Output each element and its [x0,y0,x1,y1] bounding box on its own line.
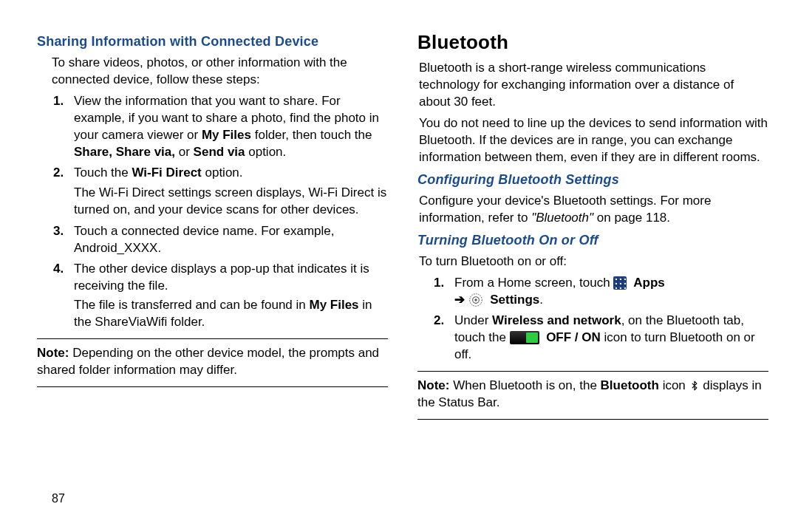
step-text: Under Wireless and network, on the Bluet… [454,313,755,361]
apps-label: Apps [630,276,665,290]
step-2: 2. Touch the Wi-Fi Direct option. The Wi… [37,165,388,219]
bluetooth-icon [689,378,700,395]
note-text: Depending on the other device model, the… [37,346,379,377]
step-2-after: The Wi-Fi Direct settings screen display… [74,185,388,219]
note-left: Note: Depending on the other device mode… [37,345,388,379]
page-number: 87 [52,491,65,507]
step-number: 2. [53,165,64,182]
r-step-2: 2. Under Wireless and network, on the Bl… [417,313,768,364]
divider [417,419,768,420]
heading-bluetooth: Bluetooth [417,30,768,55]
step-text: Touch the Wi-Fi Direct option. [74,166,243,180]
step-number: 4. [53,261,64,278]
step-number: 2. [434,313,444,330]
heading-turning-on-off: Turning Bluetooth On or Off [417,231,768,249]
step-4: 4. The other device displays a pop-up th… [37,261,388,332]
step-number: 1. [53,93,64,110]
divider [37,338,388,339]
steps-right: 1. From a Home screen, touch Apps ➔ Sett… [417,275,768,364]
r-step-1: 1. From a Home screen, touch Apps ➔ Sett… [417,275,768,309]
step-4-after: The file is transferred and can be found… [74,297,388,331]
bluetooth-intro-1: Bluetooth is a short-range wireless comm… [419,60,768,111]
note-label: Note: [37,346,69,360]
step-text: View the information that you want to sh… [74,94,379,159]
note-label: Note: [417,378,449,392]
bluetooth-intro-2: You do not need to line up the devices t… [419,115,768,166]
step-text: From a Home screen, touch Apps ➔ Setting… [454,276,665,307]
toggle-off-on-icon [510,331,539,344]
heading-configuring: Configuring Bluetooth Settings [417,171,768,188]
apps-icon [613,276,627,290]
note-right: Note: When Bluetooth is on, the Bluetoot… [417,378,768,412]
turn-intro: To turn Bluetooth on or off: [419,253,768,270]
divider [417,371,768,372]
step-1: 1. View the information that you want to… [37,93,388,161]
settings-icon [468,292,483,309]
svg-point-2 [474,299,477,301]
intro-left: To share videos, photos, or other inform… [37,55,388,89]
off-on-label: OFF / ON [542,330,600,344]
step-number: 1. [434,275,444,292]
divider [37,386,388,387]
arrow-icon: ➔ [454,293,465,307]
step-number: 3. [53,223,64,240]
settings-label: Settings [486,293,539,307]
step-text: Touch a connected device name. For examp… [74,224,334,255]
steps-left: 1. View the information that you want to… [37,93,388,331]
step-3: 3. Touch a connected device name. For ex… [37,223,388,257]
heading-sharing-info: Sharing Information with Connected Devic… [37,33,388,50]
right-column: Bluetooth Bluetooth is a short-range wir… [417,30,768,426]
step-text: The other device displays a pop-up that … [74,262,369,293]
left-column: Sharing Information with Connected Devic… [37,30,388,426]
configuring-text: Configure your device's Bluetooth settin… [419,193,768,227]
